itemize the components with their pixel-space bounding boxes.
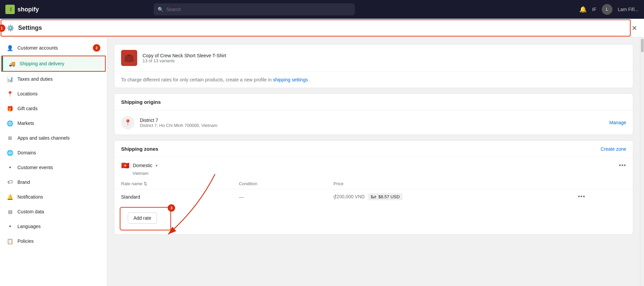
active-indicator bbox=[2, 56, 3, 71]
custom-data-icon: ▤ bbox=[7, 208, 13, 215]
shipping-zones-header: Shipping zones Create zone bbox=[114, 141, 633, 157]
zone-row: 🇻🇳 Domestic ▾ ••• Vietnam bbox=[114, 157, 633, 176]
sidebar-item-customer-accounts[interactable]: 👤 Customer accounts 2 bbox=[0, 40, 107, 56]
sidebar-label-shipping: Shipping and delivery bbox=[19, 61, 98, 66]
shipping-origins-card: Shipping origins 📍 District 7 District 7… bbox=[114, 93, 633, 135]
sort-icon[interactable]: ⇅ bbox=[144, 181, 147, 186]
sidebar-label-apps: Apps and sales channels bbox=[17, 135, 100, 141]
col-condition: Condition bbox=[232, 178, 327, 189]
sidebar-label-customer-accounts: Customer accounts bbox=[17, 45, 89, 51]
sidebar-item-custom-data[interactable]: ▤ Custom data bbox=[0, 204, 107, 219]
modal-title: Settings bbox=[18, 24, 42, 31]
zone-menu-button[interactable]: ••• bbox=[619, 162, 626, 169]
sidebar-item-locations[interactable]: 📍 Locations bbox=[0, 86, 107, 101]
origin-info: District 7 District 7, Ho Chi Minh 70000… bbox=[140, 118, 217, 128]
col-actions bbox=[571, 178, 633, 189]
bell-icon[interactable]: 🔔 bbox=[579, 6, 587, 13]
rate-row: Standard — ₫200,000 VND $⇄ $8.57 USD bbox=[114, 189, 633, 205]
row-actions-cell: ••• bbox=[571, 189, 633, 205]
flag-icon: 🇻🇳 bbox=[121, 161, 129, 169]
col-rate-name: Rate name ⇅ bbox=[114, 178, 232, 189]
step-badge-2: 2 bbox=[93, 44, 100, 52]
sidebar-label-gift-cards: Gift cards bbox=[17, 106, 100, 111]
sidebar-item-domains[interactable]: 🌐 Domains bbox=[0, 145, 107, 160]
dropdown-arrow[interactable]: ▾ bbox=[156, 163, 158, 168]
info-text: To charge different rates for only certa… bbox=[114, 72, 633, 88]
apps-icon: ⊞ bbox=[7, 135, 13, 141]
close-button[interactable]: ✕ bbox=[632, 24, 637, 32]
price-converted-badge: $⇄ $8.57 USD bbox=[368, 193, 402, 200]
col-price: Price bbox=[327, 178, 571, 189]
add-rate-container: Add rate 3 bbox=[114, 204, 170, 234]
rate-name-cell: Standard bbox=[114, 189, 232, 205]
domains-icon: 🌐 bbox=[7, 149, 13, 156]
gift-icon: 🎁 bbox=[7, 105, 13, 112]
sidebar-item-notifications[interactable]: 🔔 Notifications bbox=[0, 190, 107, 204]
product-row: Copy of Crew Neck Short Sleeve T-Shirt 1… bbox=[114, 45, 633, 72]
events-icon: ✦ bbox=[7, 164, 13, 171]
location-icon: 📍 bbox=[7, 90, 13, 97]
user-icon: 👤 bbox=[7, 45, 13, 51]
product-card: Copy of Crew Neck Short Sleeve T-Shirt 1… bbox=[114, 44, 633, 88]
shipping-origins-title: Shipping origins bbox=[121, 99, 161, 105]
sidebar-label-custom-data: Custom data bbox=[17, 209, 100, 214]
modal-body: 👤 Customer accounts 2 🚚 Shipping and del… bbox=[0, 38, 644, 286]
sidebar-item-apps[interactable]: ⊞ Apps and sales channels bbox=[0, 131, 107, 145]
currency-icon: $⇄ bbox=[371, 195, 376, 199]
origin-icon: 📍 bbox=[121, 116, 135, 129]
rate-table: Rate name ⇅ Condition Price Standard bbox=[114, 178, 633, 204]
search-icon: 🔍 bbox=[158, 7, 163, 12]
rate-name: Standard bbox=[121, 194, 140, 200]
svg-point-0 bbox=[128, 54, 130, 56]
username[interactable]: Lam Fifí... bbox=[618, 7, 639, 12]
product-thumbnail bbox=[121, 50, 137, 66]
create-zone-button[interactable]: Create zone bbox=[601, 146, 626, 152]
product-name: Copy of Crew Neck Short Sleeve T-Shirt bbox=[143, 53, 226, 58]
origin-name: District 7 bbox=[140, 118, 217, 123]
logo[interactable]: shopify bbox=[5, 5, 39, 14]
shipping-settings-link[interactable]: shipping settings bbox=[273, 77, 308, 82]
sidebar-item-gift-cards[interactable]: 🎁 Gift cards bbox=[0, 101, 107, 116]
scrollbar[interactable] bbox=[640, 38, 644, 286]
col-rate-name-label: Rate name bbox=[121, 181, 143, 186]
shipping-origins-header: Shipping origins bbox=[114, 94, 633, 111]
topbar-extra-icon[interactable]: IF bbox=[592, 7, 596, 12]
taxes-icon: 📊 bbox=[7, 76, 13, 82]
step-badge-3: 3 bbox=[168, 204, 175, 212]
product-info: Copy of Crew Neck Short Sleeve T-Shirt 1… bbox=[143, 53, 226, 63]
sidebar-item-customer-events[interactable]: ✦ Customer events bbox=[0, 160, 107, 175]
sidebar-item-shipping-and-delivery[interactable]: 🚚 Shipping and delivery bbox=[1, 56, 106, 72]
scroll-thumb[interactable] bbox=[641, 39, 644, 52]
truck-icon: 🚚 bbox=[9, 60, 15, 67]
avatar[interactable]: L bbox=[602, 4, 612, 15]
topbar-right: 🔔 IF L Lam Fifí... bbox=[579, 4, 639, 15]
sidebar-item-policies[interactable]: 📋 Policies bbox=[0, 234, 107, 248]
sidebar-label-notifications: Notifications bbox=[17, 194, 100, 200]
policies-icon: 📋 bbox=[7, 238, 13, 244]
notifications-icon: 🔔 bbox=[7, 194, 13, 200]
condition-value: — bbox=[239, 194, 244, 200]
sidebar-item-brand[interactable]: 🏷 Brand bbox=[0, 175, 107, 190]
price-cell: ₫200,000 VND $⇄ $8.57 USD bbox=[327, 189, 571, 205]
search-bar[interactable]: 🔍 bbox=[154, 3, 355, 15]
add-rate-button[interactable]: Add rate bbox=[128, 212, 157, 224]
origin-row: 📍 District 7 District 7, Ho Chi Minh 700… bbox=[114, 111, 633, 135]
sidebar-item-markets[interactable]: 🌐 Markets bbox=[0, 116, 107, 131]
zone-info: 🇻🇳 Domestic ▾ bbox=[121, 161, 158, 169]
sidebar-label-customer-events: Customer events bbox=[17, 165, 100, 170]
condition-cell: — bbox=[232, 189, 327, 205]
sidebar-label-locations: Locations bbox=[17, 91, 100, 96]
zone-country: Vietnam bbox=[132, 171, 626, 176]
rate-menu-button[interactable]: ••• bbox=[578, 193, 585, 200]
manage-button[interactable]: Manage bbox=[609, 120, 626, 125]
sidebar: 👤 Customer accounts 2 🚚 Shipping and del… bbox=[0, 38, 107, 286]
header-callout bbox=[1, 19, 631, 37]
search-input[interactable] bbox=[166, 7, 351, 12]
zone-name-row: 🇻🇳 Domestic ▾ ••• bbox=[121, 161, 626, 169]
sidebar-item-taxes[interactable]: 📊 Taxes and duties bbox=[0, 72, 107, 86]
sidebar-item-languages[interactable]: ✦ Languages bbox=[0, 219, 107, 234]
topbar: shopify 🔍 🔔 IF L Lam Fifí... bbox=[0, 0, 644, 19]
price-converted: $8.57 USD bbox=[378, 194, 400, 199]
modal-header: 1 ⚙️ Settings ✕ bbox=[0, 19, 644, 38]
logo-icon bbox=[5, 5, 15, 14]
